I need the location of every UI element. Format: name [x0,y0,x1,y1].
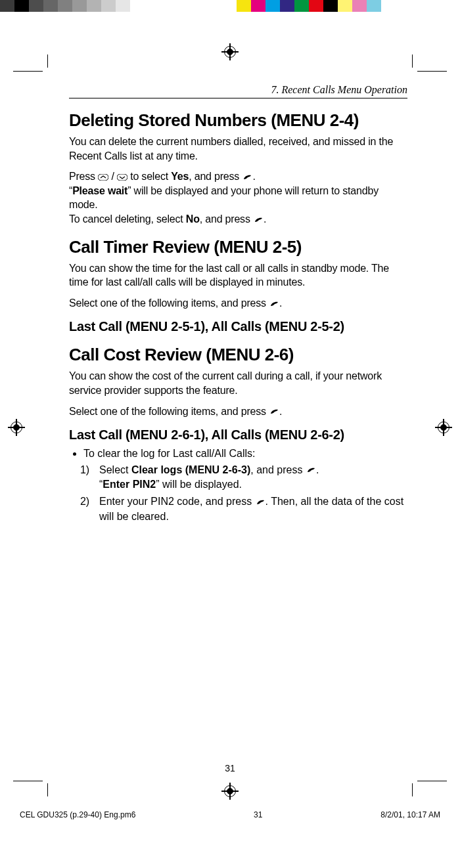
registration-mark-bottom [221,783,239,800]
svg-rect-0 [98,174,108,181]
page-content: 7. Recent Calls Menu Operation Deleting … [0,12,460,826]
svg-rect-1 [117,174,127,181]
body-text: Select one of the following items, and p… [69,404,407,419]
heading-call-cost-review: Call Cost Review (MENU 2-6) [69,345,407,365]
list-item: Enter your PIN2 code, and press . Then, … [95,494,407,524]
page-number: 31 [0,763,460,773]
call-key-icon [269,300,279,308]
body-text: You can delete the current numbers diall… [69,135,407,163]
registration-mark-left [8,419,25,436]
body-text: You can show the cost of the current cal… [69,369,407,397]
list-item: To clear the log for Last call/All Calls… [83,446,407,524]
body-text: Press / to select Yes, and press . “Plea… [69,169,407,226]
bullet-list: To clear the log for Last call/All Calls… [77,446,407,524]
crop-mark [417,781,447,781]
nav-up-icon [98,174,108,181]
footer-filename: CEL GDU325 (p.29-40) Eng.pm6 [20,810,135,819]
heading-call-timer-review: Call Timer Review (MENU 2-5) [69,237,407,257]
call-key-icon [255,498,265,506]
call-key-icon [306,466,316,474]
crop-mark [417,71,447,72]
nav-down-icon [117,174,127,181]
crop-mark [47,783,48,796]
crop-mark [412,783,413,796]
subheading-timer-items: Last Call (MENU 2-5-1), All Calls (MENU … [69,319,407,334]
body-text: Select one of the following items, and p… [69,296,407,311]
crop-mark [13,71,43,72]
chapter-header: 7. Recent Calls Menu Operation [69,84,407,98]
body-text: You can show the time for the last call … [69,261,407,290]
print-color-bar [0,0,460,12]
footer-page: 31 [254,810,262,819]
crop-mark [47,54,48,68]
list-item: Select Clear logs (MENU 2-6-3), and pres… [95,463,407,492]
call-key-icon [242,173,252,181]
registration-mark-top [221,43,239,60]
registration-mark-right [435,419,452,436]
crop-mark [13,781,43,781]
ordered-steps: Select Clear logs (MENU 2-6-3), and pres… [95,463,407,525]
crop-mark [412,54,413,68]
footer-timestamp: 8/2/01, 10:17 AM [380,810,440,819]
heading-deleting-stored-numbers: Deleting Stored Numbers (MENU 2-4) [69,110,407,131]
call-key-icon [269,408,279,416]
call-key-icon [253,216,264,224]
print-footer: CEL GDU325 (p.29-40) Eng.pm6 31 8/2/01, … [0,810,460,819]
subheading-cost-items: Last Call (MENU 2-6-1), All Calls (MENU … [69,427,407,443]
